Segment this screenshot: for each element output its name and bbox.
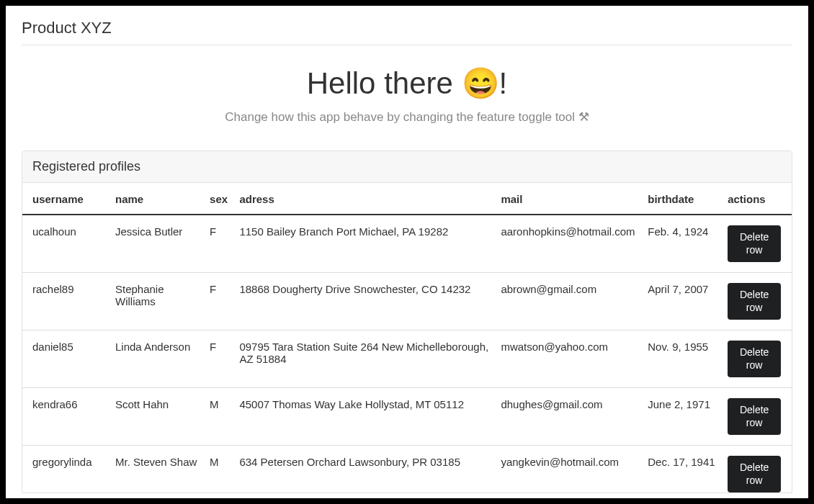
- delete-row-button[interactable]: Delete row: [728, 283, 781, 320]
- th-sex: sex: [204, 183, 233, 215]
- cell-birthdate: April 7, 2007: [642, 273, 722, 330]
- cell-birthdate: Dec. 17, 1941: [642, 446, 722, 493]
- cell-name: Scott Hahn: [109, 388, 204, 446]
- cell-username: kendra66: [22, 388, 109, 446]
- cell-address: 634 Petersen Orchard Lawsonbury, PR 0318…: [233, 446, 495, 493]
- cell-address: 45007 Thomas Way Lake Hollystad, MT 0511…: [233, 388, 495, 446]
- header-divider: [22, 45, 792, 45]
- cell-mail: dhughes@gmail.com: [495, 388, 642, 446]
- th-birthdate: birthdate: [642, 183, 722, 215]
- panel-title: Registered profiles: [22, 151, 792, 183]
- cell-name: Linda Anderson: [109, 330, 204, 388]
- table-row: ucalhounJessica ButlerF1150 Bailey Branc…: [22, 215, 792, 273]
- th-username: username: [22, 183, 109, 215]
- cell-mail: abrown@gmail.com: [495, 273, 642, 330]
- table-scroll-area[interactable]: username name sex adress mail birthdate …: [22, 183, 792, 492]
- th-address: adress: [233, 183, 495, 215]
- delete-row-button[interactable]: Delete row: [728, 225, 781, 262]
- cell-address: 09795 Tara Station Suite 264 New Michell…: [233, 330, 495, 388]
- table-header-row: username name sex adress mail birthdate …: [22, 183, 792, 215]
- cell-username: gregorylinda: [22, 446, 109, 493]
- cell-address: 1150 Bailey Branch Port Michael, PA 1928…: [233, 215, 495, 273]
- cell-sex: M: [204, 446, 233, 493]
- cell-sex: M: [204, 388, 233, 446]
- table-row: rachel89Stephanie WilliamsF18868 Dougher…: [22, 273, 792, 330]
- hero-section: Hello there 😄! Change how this app behav…: [22, 66, 792, 125]
- cell-birthdate: June 2, 1971: [642, 388, 722, 446]
- cell-mail: mwatson@yahoo.com: [495, 330, 642, 388]
- th-name: name: [109, 183, 204, 215]
- cell-name: Stephanie Williams: [109, 273, 204, 330]
- cell-username: daniel85: [22, 330, 109, 388]
- cell-birthdate: Feb. 4, 1924: [642, 215, 722, 273]
- delete-row-button[interactable]: Delete row: [728, 456, 781, 492]
- cell-username: ucalhoun: [22, 215, 109, 273]
- delete-row-button[interactable]: Delete row: [728, 341, 781, 377]
- profiles-panel: Registered profiles username name sex ad…: [22, 150, 792, 493]
- cell-name: Mr. Steven Shaw: [109, 446, 204, 493]
- th-mail: mail: [495, 183, 642, 215]
- profiles-table: username name sex adress mail birthdate …: [22, 183, 792, 492]
- cell-actions: Delete row: [722, 330, 792, 388]
- table-row: kendra66Scott HahnM45007 Thomas Way Lake…: [22, 388, 792, 446]
- cell-birthdate: Nov. 9, 1955: [642, 330, 722, 388]
- cell-sex: F: [204, 330, 233, 388]
- cell-name: Jessica Butler: [109, 215, 204, 273]
- cell-sex: F: [204, 273, 233, 330]
- cell-actions: Delete row: [722, 388, 792, 446]
- cell-mail: aaronhopkins@hotmail.com: [495, 215, 642, 273]
- cell-mail: yangkevin@hotmail.com: [495, 446, 642, 493]
- cell-sex: F: [204, 215, 233, 273]
- cell-username: rachel89: [22, 273, 109, 330]
- cell-actions: Delete row: [722, 215, 792, 273]
- cell-address: 18868 Dougherty Drive Snowchester, CO 14…: [233, 273, 495, 330]
- cell-actions: Delete row: [722, 446, 792, 493]
- hero-title: Hello there 😄!: [22, 66, 792, 101]
- brand-title: Product XYZ: [22, 6, 792, 45]
- delete-row-button[interactable]: Delete row: [728, 398, 781, 435]
- th-actions: actions: [722, 183, 792, 215]
- table-row: daniel85Linda AndersonF09795 Tara Statio…: [22, 330, 792, 388]
- cell-actions: Delete row: [722, 273, 792, 330]
- hero-subtitle: Change how this app behave by changing t…: [22, 109, 792, 125]
- table-row: gregorylindaMr. Steven ShawM634 Petersen…: [22, 446, 792, 493]
